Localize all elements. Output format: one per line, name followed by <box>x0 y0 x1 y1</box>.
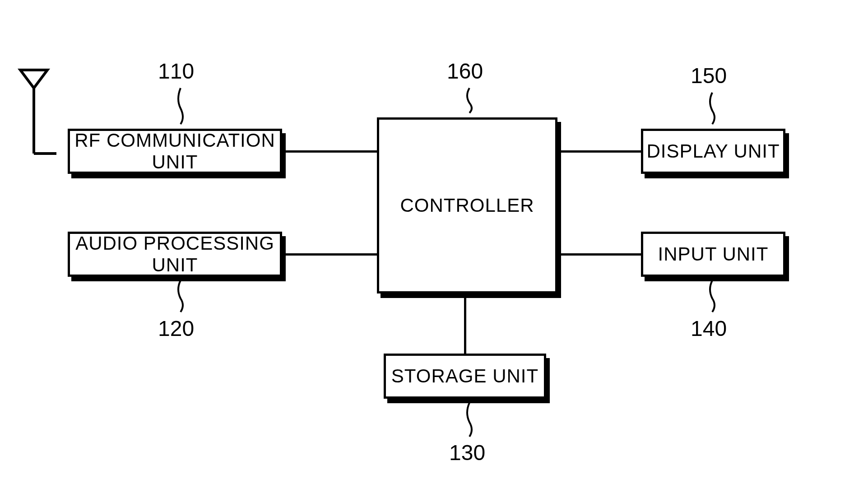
display-ref: 150 <box>691 63 727 88</box>
antenna-icon <box>16 65 56 165</box>
rf-ref: 110 <box>158 59 194 84</box>
controller-label: CONTROLLER <box>400 195 534 216</box>
svg-marker-0 <box>20 70 47 88</box>
input-label: INPUT UNIT <box>658 243 769 265</box>
rf-label: RF COMMUNICATION UNIT <box>70 130 280 173</box>
rf-ref-curve <box>174 86 187 126</box>
input-ref: 140 <box>691 316 727 341</box>
controller-ref-curve <box>463 86 476 115</box>
audio-ref: 120 <box>158 316 194 341</box>
storage-ref: 130 <box>449 440 485 465</box>
storage-unit-block: STORAGE UNIT <box>384 354 546 399</box>
display-unit-block: DISPLAY UNIT <box>641 129 785 174</box>
audio-ref-curve <box>174 278 187 314</box>
audio-processing-block: AUDIO PROCESSING UNIT <box>68 232 282 277</box>
audio-label: AUDIO PROCESSING UNIT <box>70 233 280 276</box>
connector-line <box>282 253 377 256</box>
connector-line <box>557 150 641 153</box>
input-unit-block: INPUT UNIT <box>641 232 785 277</box>
rf-communication-block: RF COMMUNICATION UNIT <box>68 129 282 174</box>
storage-ref-curve <box>463 401 476 439</box>
input-ref-curve <box>706 278 719 314</box>
connector-line <box>464 293 466 354</box>
display-ref-curve <box>706 90 719 126</box>
connector-line <box>557 253 641 256</box>
display-label: DISPLAY UNIT <box>646 140 780 162</box>
connector-line <box>282 150 377 153</box>
controller-ref: 160 <box>447 59 483 84</box>
storage-label: STORAGE UNIT <box>391 365 538 387</box>
controller-block: CONTROLLER <box>377 117 557 293</box>
